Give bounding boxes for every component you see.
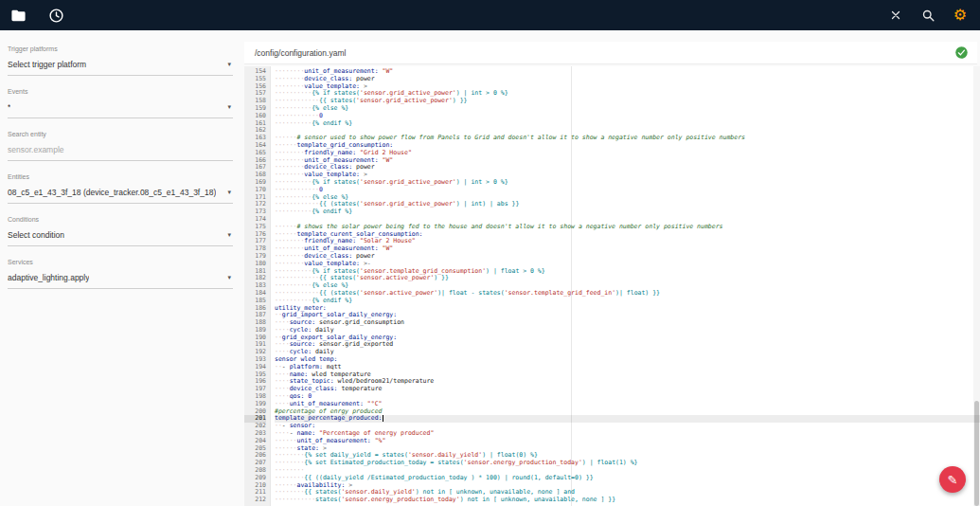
chevron-down-icon: ▾	[227, 274, 231, 281]
field-control[interactable]: * ▾	[8, 100, 233, 118]
code-line[interactable]: sensor wled temp:	[275, 356, 980, 364]
code-line[interactable]: ··········{% endif %}	[275, 298, 980, 305]
whitespace-dots: ············	[275, 186, 319, 193]
whitespace-dots: ········	[275, 488, 304, 496]
code-line[interactable]: ····source: sensor.grid_exported	[275, 341, 980, 349]
whitespace-dots: ············	[275, 274, 319, 281]
whitespace-dots: ··········	[275, 281, 312, 289]
editor-code[interactable]: ········unit_of_measurement: "W"········…	[271, 66, 980, 506]
code-line[interactable]: ····cycle: daily	[275, 349, 980, 356]
whitespace-dots: ········	[275, 459, 304, 466]
field-value: adaptive_lighting.apply	[8, 273, 89, 282]
chevron-down-icon: ▾	[227, 189, 231, 196]
whitespace-dots: ···········	[275, 496, 315, 503]
search-icon-svg	[921, 9, 935, 23]
code-line[interactable]: ············{{ states('sensor.grid_activ…	[275, 98, 980, 105]
field-value: sensor.example	[8, 145, 64, 154]
whitespace-dots: ········	[275, 260, 304, 267]
code-line[interactable]: ········device_class: power	[275, 76, 980, 83]
chevron-down-icon: ▾	[227, 61, 231, 68]
settings-icon[interactable]: ⚙	[948, 3, 972, 27]
field-value: Select condition	[8, 230, 64, 240]
whitespace-dots: ········	[275, 244, 304, 252]
code-line[interactable]: ··········{% endif %}	[275, 120, 980, 128]
code-line[interactable]: ········unit_of_measurement: "W"	[275, 245, 980, 253]
field-value: Select trigger platform	[8, 60, 86, 69]
whitespace-dots: ····	[275, 348, 290, 355]
whitespace-dots: ··	[275, 311, 282, 318]
code-line[interactable]: template_percentage_produced:	[275, 415, 980, 423]
whitespace-dots: ······	[275, 223, 296, 230]
whitespace-dots: ······	[275, 481, 296, 489]
whitespace-dots: ········	[275, 156, 304, 164]
check-circle-svg	[954, 45, 969, 60]
code-line[interactable]: ········device_class: power	[275, 253, 980, 261]
field-label: Conditions	[8, 214, 233, 223]
field-control[interactable]: 08_c5_e1_43_3f_18 (device_tracker.08_c5_…	[8, 186, 233, 204]
close-icon[interactable]	[883, 3, 908, 27]
config-valid-check-icon	[954, 45, 969, 60]
field-value: *	[8, 102, 10, 112]
code-line[interactable]: ············{{ (states('sensor.active_po…	[275, 290, 980, 298]
whitespace-dots: ····	[275, 377, 290, 385]
whitespace-dots: ····	[275, 392, 290, 400]
code-editor[interactable]: 1541551561571581591601611621631641651661…	[244, 66, 980, 506]
code-line[interactable]: ············0	[275, 187, 980, 194]
field-control[interactable]: Select condition ▾	[8, 228, 233, 246]
folder-icon[interactable]	[6, 3, 30, 27]
whitespace-dots: ········	[275, 252, 304, 260]
whitespace-dots: ······	[275, 437, 296, 444]
field-control[interactable]: adaptive_lighting.apply ▾	[8, 271, 233, 289]
code-line[interactable]: ····source: sensor.grid_consumption	[275, 319, 980, 327]
sidebar: Trigger platforms Select trigger platfor…	[8, 44, 233, 299]
whitespace-dots: ········	[275, 466, 304, 474]
code-line[interactable]: ····device_class: temperature	[275, 386, 980, 393]
whitespace-dots: ····	[275, 429, 290, 437]
whitespace-dots: ····	[275, 340, 290, 348]
whitespace-dots: ············	[275, 97, 319, 104]
code-line[interactable]: ··········{% if states('sensor.grid_acti…	[275, 179, 980, 187]
code-line[interactable]: ········unit_of_measurement: "W"	[275, 68, 980, 76]
code-line[interactable]: ········unit_of_measurement: "W"	[275, 157, 980, 165]
code-line[interactable]: ········device_class: power	[275, 164, 980, 172]
whitespace-dots: ··········	[275, 297, 312, 304]
code-line[interactable]: ···········states('sensor.energy_product…	[275, 497, 980, 504]
code-line[interactable]: ······unit_of_measurement: "%"	[275, 438, 980, 445]
recent-files-icon[interactable]	[44, 3, 68, 27]
file-path: /config/configuration.yaml	[255, 48, 954, 58]
sidebar-field: Entities 08_c5_e1_43_3f_18 (device_track…	[8, 172, 233, 214]
whitespace-dots: ····	[275, 385, 290, 392]
search-icon[interactable]	[916, 3, 940, 27]
whitespace-dots: ········	[275, 474, 304, 481]
field-label: Trigger platforms	[8, 44, 233, 52]
code-line[interactable]: ········{% set Estimated_production_toda…	[275, 460, 980, 467]
field-label: Entities	[8, 172, 233, 180]
code-line[interactable]: ··- platform: mqtt	[275, 364, 980, 371]
whitespace-dots: ········	[275, 451, 304, 459]
code-line[interactable]: ············{{ states('sensor.active_pow…	[275, 275, 980, 282]
chevron-down-icon: ▾	[227, 231, 231, 239]
code-line[interactable]: ············0	[275, 113, 980, 120]
whitespace-dots: ············	[275, 289, 319, 297]
whitespace-dots: ······	[275, 444, 296, 452]
whitespace-dots: ······	[275, 141, 296, 149]
field-label: Search entity	[8, 129, 233, 137]
field-control[interactable]: sensor.example ▾	[8, 143, 233, 161]
code-line[interactable]: ··········{% endif %}	[275, 208, 980, 216]
gutter-line-number: 212	[244, 497, 266, 504]
sidebar-field: Events * ▾	[8, 86, 233, 129]
whitespace-dots: ··········	[275, 178, 312, 186]
whitespace-dots: ········	[275, 67, 304, 75]
code-line[interactable]: ··········{% else %}	[275, 105, 980, 113]
chevron-down-icon: ▾	[227, 103, 231, 111]
whitespace-dots: ······	[275, 134, 296, 141]
field-value: 08_c5_e1_43_3f_18 (device_tracker.08_c5_…	[8, 188, 216, 197]
whitespace-dots: ············	[275, 112, 319, 119]
whitespace-dots: ····	[275, 370, 290, 378]
code-line[interactable]: ············{{ (states('sensor.grid_acti…	[275, 201, 980, 208]
app-header: ⚙	[0, 0, 980, 30]
whitespace-dots: ····	[275, 318, 290, 326]
code-line[interactable]: ········{{ ((daily_yield /Estimated_prod…	[275, 475, 980, 482]
field-control[interactable]: Select trigger platform ▾	[8, 58, 233, 76]
whitespace-dots: ····	[275, 326, 290, 334]
